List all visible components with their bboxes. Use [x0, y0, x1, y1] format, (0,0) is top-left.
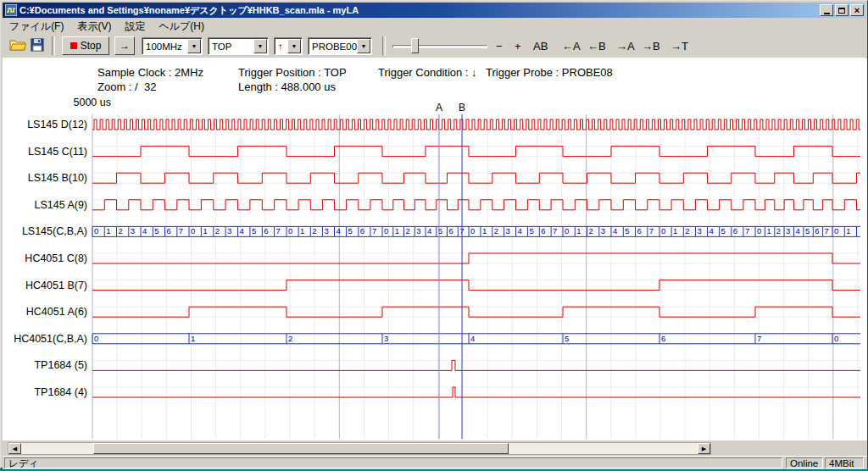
bus-value: 1: [203, 226, 207, 236]
bus-value: 2: [312, 226, 316, 236]
bus-value: 0: [661, 226, 665, 236]
bus-value: 2: [288, 334, 292, 343]
bus-value: 6: [541, 226, 545, 236]
bus-value: 1: [576, 226, 581, 236]
bus-value: 7: [745, 226, 749, 236]
time-per-div-label: 5000 us: [74, 97, 111, 108]
bus-value: 3: [786, 226, 790, 236]
bus-value: 4: [470, 334, 475, 343]
bus-value: 3: [324, 226, 328, 236]
bus-value: 0: [94, 226, 98, 236]
bus-value: 2: [589, 226, 593, 236]
bus-value: 6: [661, 334, 665, 343]
grid: [92, 114, 860, 439]
bus-value: 5: [529, 226, 533, 236]
bus-value: 0: [384, 226, 388, 236]
channel-row-ls145-c-11-: LS145 C(11): [28, 146, 860, 158]
bus-value: 4: [709, 226, 714, 236]
bus-value: 2: [215, 226, 220, 236]
cursor-b[interactable]: B: [459, 102, 465, 439]
bus-value: 0: [94, 334, 98, 343]
bus-value: 5: [154, 226, 159, 236]
bus-value: 3: [227, 226, 231, 236]
bus-value: 0: [191, 226, 195, 236]
cursor-a[interactable]: A: [436, 102, 442, 439]
bus-value: 2: [406, 226, 410, 236]
bus-value: 5: [721, 226, 726, 236]
bus-value: 4: [613, 226, 617, 236]
channel-row-hc4051-a-6-: HC4051 A(6): [26, 306, 860, 318]
bus-value: 4: [427, 226, 431, 236]
bus-value: 2: [119, 226, 123, 236]
bus-value: 1: [300, 226, 304, 236]
bus-value: 0: [757, 226, 761, 236]
bus-value: 6: [264, 226, 268, 236]
bus-value: 2: [685, 226, 689, 236]
cursor-label: B: [459, 102, 465, 114]
bus-value: 5: [565, 334, 569, 343]
bus-value: 1: [106, 226, 110, 236]
length-info: Length : 488.000 us: [238, 80, 336, 93]
bus-value: 4: [142, 226, 147, 236]
bus-value: 4: [337, 226, 341, 236]
channel-label: LS145(C,B,A): [22, 225, 87, 237]
bus-value: 6: [733, 226, 737, 236]
channel-row-hc4051-c-b-a-: HC4051(C,B,A)012345670: [14, 333, 860, 345]
desktop: { "window": { "title": "C:¥Documents and…: [0, 0, 868, 471]
channel-row-hc4051-c-8-: HC4051 C(8): [25, 252, 860, 264]
bus-value: 2: [494, 226, 498, 236]
channel-row-ls145-a-9-: LS145 A(9): [34, 199, 860, 211]
cursor-label: A: [436, 102, 442, 114]
trigger-condition-info: Trigger Condition : ↓: [378, 66, 477, 79]
trigger-probe-info: Trigger Probe : PROBE08: [486, 66, 613, 79]
bus-value: 5: [252, 226, 256, 236]
bus-value: 5: [348, 226, 353, 236]
channel-label: TP1684 (4): [34, 386, 87, 398]
bus-value: 4: [240, 226, 244, 236]
trigger-position-info: Trigger Position : TOP: [238, 66, 347, 79]
bus-value: 5: [625, 226, 629, 236]
bus-value: 7: [553, 226, 557, 236]
channel-label: TP1684 (5): [34, 359, 87, 371]
channel-row-tp1684-5-: TP1684 (5): [34, 359, 860, 371]
bus-value: 3: [697, 226, 701, 236]
bus-value: 7: [757, 334, 761, 343]
bus-value: 0: [470, 226, 475, 236]
bus-value: 6: [360, 226, 364, 236]
bus-value: 6: [449, 226, 453, 236]
channel-label: HC4051 A(6): [26, 306, 87, 318]
bus-value: 0: [565, 226, 569, 236]
bus-value: 2: [776, 226, 781, 236]
channel-label: LS145 C(11): [28, 146, 87, 158]
bus-value: 6: [637, 226, 642, 236]
bus-value: 7: [276, 226, 281, 236]
channel-label: HC4051(C,B,A): [14, 333, 87, 345]
bus-value: 4: [518, 226, 522, 236]
bus-value: 7: [825, 226, 829, 236]
bus-value: 0: [834, 334, 838, 343]
bus-value: 1: [766, 226, 771, 236]
bus-value: 0: [834, 226, 838, 236]
bus-value: 7: [372, 226, 376, 236]
bus-value: 1: [482, 226, 487, 236]
channel-row-tp1684-4-: TP1684 (4): [34, 386, 860, 398]
channel-row-hc4051-b-7-: HC4051 B(7): [25, 280, 860, 291]
channel-row-ls145-c-b-a-: LS145(C,B,A)0123456701234567012345670123…: [22, 225, 860, 237]
channel-label: LS145 D(12): [27, 119, 87, 130]
bus-value: 1: [673, 226, 677, 236]
zoom-info: Zoom : / 32: [97, 80, 156, 93]
channel-label: HC4051 B(7): [25, 280, 87, 291]
bus-value: 3: [506, 226, 510, 236]
bus-value: 7: [649, 226, 654, 236]
bus-value: 6: [815, 226, 819, 236]
channel-label: HC4051 C(8): [25, 252, 87, 264]
bus-value: 3: [384, 334, 388, 343]
bus-value: 3: [416, 226, 420, 236]
bus-value: 1: [191, 334, 195, 343]
bus-value: 7: [179, 226, 183, 236]
channel-label: LS145 A(9): [34, 199, 87, 211]
bus-value: 1: [846, 226, 850, 236]
app-window: C:¥Documents and Settings¥noname¥デスクトップ¥…: [0, 0, 868, 468]
sample-clock-info: Sample Clock : 2MHz: [97, 66, 203, 79]
channel-row-ls145-d-12-: LS145 D(12): [27, 119, 860, 130]
